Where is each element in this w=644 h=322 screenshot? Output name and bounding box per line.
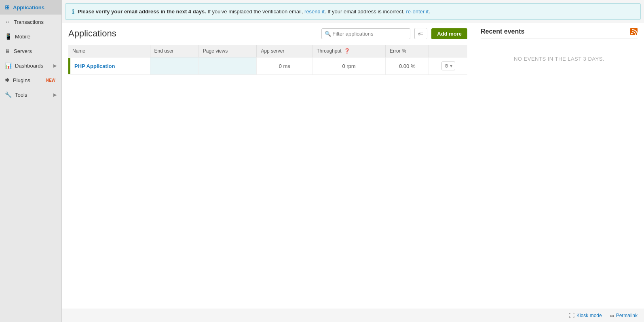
throughput-help-icon[interactable]: ❓ — [344, 48, 350, 54]
sidebar-item-label: Mobile — [15, 34, 30, 40]
filter-input[interactable] — [321, 28, 410, 39]
svg-point-1 — [631, 33, 633, 34]
app-page-views-cell — [198, 57, 257, 75]
gear-icon: ⚙ — [444, 63, 449, 69]
recent-events-header: Recent events — [481, 28, 638, 39]
col-app-server: App server — [257, 45, 312, 57]
sidebar-item-label: Dashboards — [15, 63, 43, 69]
page-body: Applications 🔍 🏷 Add more Name End user … — [62, 23, 644, 309]
servers-icon: 🖥 — [5, 48, 11, 54]
tag-button[interactable]: 🏷 — [414, 28, 427, 39]
app-color-indicator — [68, 58, 70, 74]
tools-icon: 🔧 — [5, 91, 12, 98]
reenter-link[interactable]: re-enter it — [406, 8, 429, 15]
app-name-link[interactable]: PHP Application — [74, 63, 115, 69]
info-icon: ℹ — [72, 8, 74, 15]
resend-link[interactable]: resend it — [304, 8, 325, 15]
app-name-cell: PHP Application — [68, 57, 150, 75]
app-actions-cell: ⚙ ▾ — [429, 57, 467, 75]
col-throughput: Throughput ❓ — [312, 45, 386, 57]
add-more-button[interactable]: Add more — [431, 28, 467, 39]
app-throughput-cell: 0 rpm — [312, 57, 386, 75]
applications-section: Applications 🔍 🏷 Add more Name End user … — [62, 23, 474, 309]
sidebar-item-label: Servers — [14, 48, 32, 54]
kiosk-mode-link[interactable]: ⛶ Kiosk mode — [569, 312, 602, 319]
app-error-pct-cell: 0.00 % — [385, 57, 429, 75]
recent-events-panel: Recent events NO EVENTS IN THE LAST 3 DA… — [474, 23, 644, 309]
sidebar-item-tools[interactable]: 🔧 Tools ▶ — [0, 87, 61, 102]
chevron-right-icon: ▶ — [53, 63, 57, 68]
applications-icon: ⊞ — [5, 4, 10, 11]
sidebar-item-label: Applications — [13, 4, 44, 11]
table-row: PHP Application 0 ms 0 rpm 0.00 % ⚙ ▾ — [68, 57, 467, 75]
sidebar-item-plugins[interactable]: ✱ Plugins NEW — [0, 73, 61, 87]
main-content: ℹ Please verify your email address in th… — [62, 0, 644, 322]
kiosk-mode-label: Kiosk mode — [576, 313, 602, 318]
sidebar-item-label: Plugins — [13, 77, 30, 83]
app-settings-button[interactable]: ⚙ ▾ — [441, 61, 455, 70]
app-server-cell: 0 ms — [257, 57, 312, 75]
notification-banner: ℹ Please verify your email address in th… — [65, 3, 641, 20]
rss-icon[interactable] — [630, 28, 638, 35]
dropdown-chevron-icon: ▾ — [450, 63, 452, 69]
sidebar-item-label: Tools — [15, 92, 27, 98]
search-icon: 🔍 — [325, 31, 331, 37]
sidebar-item-label: Transactions — [14, 19, 44, 25]
recent-events-title: Recent events — [481, 28, 525, 35]
col-name: Name — [68, 45, 150, 57]
sidebar-item-servers[interactable]: 🖥 Servers — [0, 44, 61, 58]
kiosk-icon: ⛶ — [569, 312, 574, 319]
table-header-row: Name End user Page views App server Thro… — [68, 45, 467, 57]
plugins-icon: ✱ — [5, 77, 10, 83]
filter-input-wrapper: 🔍 — [321, 28, 410, 39]
no-events-message: NO EVENTS IN THE LAST 3 DAYS. — [481, 55, 638, 64]
page-title: Applications — [68, 28, 116, 39]
permalink-icon: ∞ — [610, 312, 614, 319]
new-badge: NEW — [45, 78, 57, 83]
transactions-icon: ↔ — [5, 19, 11, 25]
permalink-link[interactable]: ∞ Permalink — [610, 312, 638, 319]
sidebar-item-applications[interactable]: ⊞ Applications — [0, 0, 61, 15]
app-end-user-cell — [150, 57, 198, 75]
applications-table: Name End user Page views App server Thro… — [68, 45, 467, 75]
chevron-right-icon: ▶ — [53, 92, 57, 97]
sidebar-item-dashboards[interactable]: 📊 Dashboards ▶ — [0, 58, 61, 73]
notification-text-before-reenter: If your email address is incorrect, — [327, 8, 405, 15]
sidebar: ⊞ Applications ↔ Transactions 📱 Mobile 🖥… — [0, 0, 62, 322]
notification-text-before-resend: If you've misplaced the verification ema… — [208, 8, 303, 15]
app-header: Applications 🔍 🏷 Add more — [68, 28, 467, 39]
sidebar-item-transactions[interactable]: ↔ Transactions — [0, 15, 61, 29]
sidebar-item-mobile[interactable]: 📱 Mobile — [0, 29, 61, 44]
mobile-icon: 📱 — [5, 33, 12, 40]
col-actions — [429, 45, 467, 57]
footer: ⛶ Kiosk mode ∞ Permalink — [62, 309, 644, 322]
notification-bold-text: Please verify your email address in the … — [78, 8, 206, 15]
col-error-pct: Error % — [385, 45, 429, 57]
col-page-views: Page views — [198, 45, 257, 57]
dashboards-icon: 📊 — [5, 62, 12, 69]
permalink-label: Permalink — [616, 313, 638, 318]
col-end-user: End user — [150, 45, 198, 57]
